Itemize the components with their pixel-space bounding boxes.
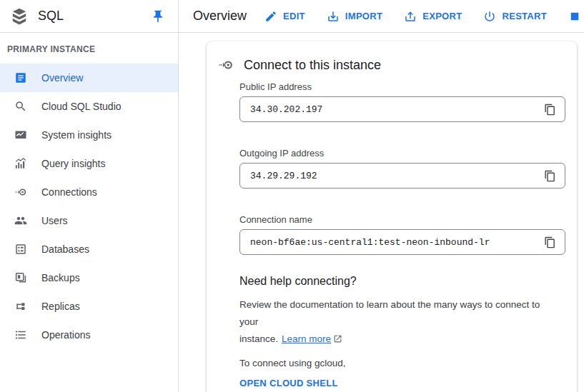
search-icon [14, 100, 27, 113]
copy-outgoing-ip-button[interactable] [539, 165, 560, 186]
sidebar-item-label: Backups [41, 272, 80, 283]
help-text-line1: Review the documentation to learn about … [239, 299, 540, 327]
connection-name-value: neon-bf6ae:us-central1:test-neon-inbound… [250, 237, 539, 248]
import-icon [327, 10, 340, 23]
import-button-label: IMPORT [345, 11, 382, 21]
databases-icon [14, 243, 27, 256]
sidebar-item-operations[interactable]: Operations [0, 321, 178, 349]
product-title: SQL [38, 9, 151, 24]
edit-icon [264, 10, 277, 23]
restart-button-label: RESTART [502, 11, 547, 21]
sidebar-item-label: Operations [41, 329, 90, 341]
sidebar-item-query-insights[interactable]: Query insights [0, 149, 178, 178]
field-connection-name: Connection name neon-bf6ae:us-central1:t… [239, 214, 565, 255]
stop-icon [568, 10, 581, 23]
open-cloud-shell-button[interactable]: OPEN CLOUD SHELL [239, 378, 338, 388]
sidebar-item-system-insights[interactable]: System insights [0, 121, 178, 149]
sidebar-item-label: Users [41, 215, 68, 226]
copy-public-ip-button[interactable] [539, 99, 560, 120]
import-button[interactable]: IMPORT [327, 10, 382, 23]
sidebar-item-databases[interactable]: Databases [0, 235, 178, 263]
sidebar-section-label: PRIMARY INSTANCE [7, 44, 171, 54]
sidebar-item-label: Overview [41, 72, 83, 84]
sidebar-item-cloud-sql-studio[interactable]: Cloud SQL Studio [0, 92, 178, 121]
field-label: Outgoing IP address [239, 148, 565, 159]
copy-connection-name-button[interactable] [539, 231, 560, 253]
restart-icon [483, 10, 496, 23]
help-title: Need help connecting? [239, 275, 565, 288]
public-ip-box: 34.30.202.197 [239, 96, 565, 122]
sidebar-item-label: Databases [41, 243, 89, 255]
connect-card-title: Connect to this instance [244, 58, 381, 73]
sidebar-item-backups[interactable]: Backups [0, 263, 178, 292]
product-header: SQL [0, 0, 179, 32]
field-label: Connection name [239, 214, 565, 225]
outgoing-ip-value: 34.29.29.192 [250, 171, 539, 181]
connect-card: Connect to this instance Public IP addre… [207, 41, 577, 392]
cloud-sql-console: SQL Overview EDIT [0, 0, 584, 33]
copy-icon [544, 104, 556, 116]
help-text: Review the documentation to learn about … [239, 296, 554, 349]
sidebar-item-overview[interactable]: Overview [0, 64, 178, 92]
connection-name-box: neon-bf6ae:us-central1:test-neon-inbound… [239, 229, 565, 255]
page-title: Overview [193, 9, 247, 24]
edit-button[interactable]: EDIT [264, 10, 305, 23]
gcloud-hint: To connect using gcloud, [239, 356, 565, 371]
backups-icon [14, 271, 27, 284]
sidebar-item-label: Connections [41, 186, 97, 198]
sidebar-item-label: Replicas [41, 301, 80, 312]
sidebar-item-users[interactable]: Users [0, 206, 178, 235]
sidebar-item-replicas[interactable]: Replicas [0, 292, 178, 321]
sidebar-item-label: System insights [41, 129, 112, 141]
system-insights-icon [14, 129, 27, 141]
field-label: Public IP address [239, 81, 565, 92]
sidebar-item-label: Cloud SQL Studio [41, 101, 122, 112]
export-button[interactable]: EXPORT [404, 10, 462, 23]
main-content: Connect to this instance Public IP addre… [179, 33, 584, 392]
field-public-ip: Public IP address 34.30.202.197 [239, 81, 565, 122]
operations-icon [14, 328, 27, 341]
sidebar: PRIMARY INSTANCE Overview Cloud SQL Stud… [0, 33, 179, 392]
outgoing-ip-box: 34.29.29.192 [239, 163, 565, 189]
edit-button-label: EDIT [283, 11, 305, 21]
restart-button[interactable]: RESTART [483, 10, 547, 23]
public-ip-value: 34.30.202.197 [250, 104, 539, 115]
stop-button[interactable] [568, 10, 581, 23]
connect-card-header: Connect to this instance [218, 57, 565, 73]
help-text-line2: instance. [239, 333, 278, 344]
top-bar: SQL Overview EDIT [0, 0, 584, 33]
cloud-sql-logo-icon [10, 7, 29, 26]
connections-icon [14, 186, 27, 198]
copy-icon [544, 170, 556, 182]
learn-more-link[interactable]: Learn more [282, 333, 331, 344]
pin-button[interactable] [151, 9, 165, 24]
header-actions: EDIT IMPORT EXPORT [264, 10, 581, 23]
query-insights-icon [14, 157, 27, 170]
pin-icon [151, 9, 165, 24]
field-outgoing-ip: Outgoing IP address 34.29.29.192 [239, 148, 565, 189]
replicas-icon [14, 300, 27, 313]
sidebar-item-label: Query insights [41, 158, 105, 169]
export-button-label: EXPORT [422, 11, 462, 21]
open-in-new-icon [333, 332, 342, 349]
sidebar-item-connections[interactable]: Connections [0, 178, 178, 206]
page-header: Overview EDIT IMPORT [179, 0, 584, 32]
document-icon [14, 71, 27, 84]
connections-icon [218, 57, 234, 73]
export-icon [404, 10, 417, 23]
copy-icon [544, 236, 556, 248]
users-icon [14, 214, 27, 227]
